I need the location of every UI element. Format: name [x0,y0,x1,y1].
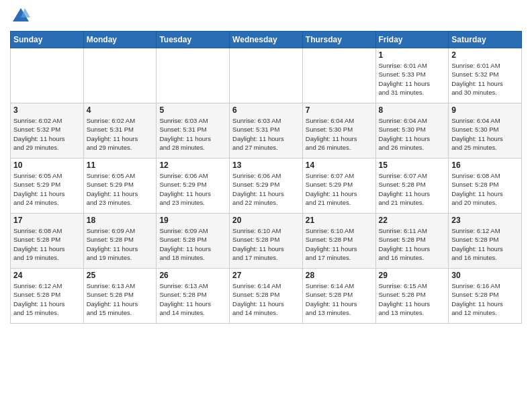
day-info: Sunrise: 6:01 AM Sunset: 5:33 PM Dayligh… [379,61,446,97]
calendar-table: SundayMondayTuesdayWednesdayThursdayFrid… [10,31,522,324]
calendar-cell [157,48,230,103]
day-info: Sunrise: 6:02 AM Sunset: 5:31 PM Dayligh… [87,116,154,152]
calendar-cell: 28Sunrise: 6:14 AM Sunset: 5:28 PM Dayli… [302,269,375,324]
day-number: 7 [306,105,373,115]
calendar-cell: 18Sunrise: 6:09 AM Sunset: 5:28 PM Dayli… [83,214,157,269]
calendar-cell: 4Sunrise: 6:02 AM Sunset: 5:31 PM Daylig… [83,103,157,158]
day-number: 2 [451,50,519,60]
week-row-0: 1Sunrise: 6:01 AM Sunset: 5:33 PM Daylig… [11,48,522,103]
page: SundayMondayTuesdayWednesdayThursdayFrid… [0,0,532,411]
calendar-cell: 9Sunrise: 6:04 AM Sunset: 5:30 PM Daylig… [449,103,522,158]
day-info: Sunrise: 6:16 AM Sunset: 5:28 PM Dayligh… [451,281,519,317]
weekday-header-sunday: Sunday [11,32,84,48]
calendar-cell: 8Sunrise: 6:04 AM Sunset: 5:30 PM Daylig… [375,103,449,158]
calendar-cell: 14Sunrise: 6:07 AM Sunset: 5:29 PM Dayli… [302,158,375,214]
day-info: Sunrise: 6:09 AM Sunset: 5:28 PM Dayligh… [159,226,226,262]
day-number: 18 [87,216,154,225]
day-number: 8 [379,105,446,115]
day-number: 22 [379,216,446,225]
calendar-header: SundayMondayTuesdayWednesdayThursdayFrid… [11,32,522,48]
day-number: 6 [232,105,300,115]
day-number: 13 [232,161,300,170]
day-info: Sunrise: 6:07 AM Sunset: 5:28 PM Dayligh… [379,171,446,207]
calendar-body: 1Sunrise: 6:01 AM Sunset: 5:33 PM Daylig… [11,48,522,324]
weekday-header-thursday: Thursday [302,32,375,48]
calendar-cell: 24Sunrise: 6:12 AM Sunset: 5:28 PM Dayli… [11,269,84,324]
day-info: Sunrise: 6:13 AM Sunset: 5:28 PM Dayligh… [159,281,226,317]
day-info: Sunrise: 6:15 AM Sunset: 5:28 PM Dayligh… [379,281,446,317]
day-number: 23 [451,216,519,225]
calendar-cell: 12Sunrise: 6:06 AM Sunset: 5:29 PM Dayli… [157,158,230,214]
day-info: Sunrise: 6:07 AM Sunset: 5:29 PM Dayligh… [306,171,373,207]
calendar-cell: 1Sunrise: 6:01 AM Sunset: 5:33 PM Daylig… [375,48,449,103]
week-row-4: 24Sunrise: 6:12 AM Sunset: 5:28 PM Dayli… [11,269,522,324]
day-number: 4 [87,105,154,115]
header [10,7,522,26]
week-row-1: 3Sunrise: 6:02 AM Sunset: 5:32 PM Daylig… [11,103,522,158]
day-info: Sunrise: 6:10 AM Sunset: 5:28 PM Dayligh… [306,226,373,262]
day-info: Sunrise: 6:02 AM Sunset: 5:32 PM Dayligh… [13,116,81,152]
logo [10,7,30,26]
day-info: Sunrise: 6:12 AM Sunset: 5:28 PM Dayligh… [13,281,81,317]
day-info: Sunrise: 6:10 AM Sunset: 5:28 PM Dayligh… [232,226,300,262]
day-number: 16 [451,161,519,170]
day-number: 1 [379,50,446,60]
calendar-cell [11,48,84,103]
day-number: 11 [87,161,154,170]
weekday-header-wednesday: Wednesday [230,32,303,48]
day-info: Sunrise: 6:01 AM Sunset: 5:32 PM Dayligh… [451,61,519,97]
day-info: Sunrise: 6:04 AM Sunset: 5:30 PM Dayligh… [306,116,373,152]
day-info: Sunrise: 6:05 AM Sunset: 5:29 PM Dayligh… [87,171,154,207]
weekday-row: SundayMondayTuesdayWednesdayThursdayFrid… [11,32,522,48]
day-info: Sunrise: 6:05 AM Sunset: 5:29 PM Dayligh… [13,171,81,207]
weekday-header-saturday: Saturday [449,32,522,48]
calendar-cell: 21Sunrise: 6:10 AM Sunset: 5:28 PM Dayli… [302,214,375,269]
day-info: Sunrise: 6:14 AM Sunset: 5:28 PM Dayligh… [306,281,373,317]
day-number: 3 [13,105,81,115]
day-info: Sunrise: 6:04 AM Sunset: 5:30 PM Dayligh… [379,116,446,152]
day-number: 5 [159,105,226,115]
calendar-cell: 17Sunrise: 6:08 AM Sunset: 5:28 PM Dayli… [11,214,84,269]
calendar-cell: 23Sunrise: 6:12 AM Sunset: 5:28 PM Dayli… [449,214,522,269]
day-number: 10 [13,161,81,170]
day-info: Sunrise: 6:06 AM Sunset: 5:29 PM Dayligh… [232,171,300,207]
calendar-cell: 30Sunrise: 6:16 AM Sunset: 5:28 PM Dayli… [449,269,522,324]
day-number: 17 [13,216,81,225]
calendar-cell: 3Sunrise: 6:02 AM Sunset: 5:32 PM Daylig… [11,103,84,158]
weekday-header-friday: Friday [375,32,449,48]
calendar-cell: 2Sunrise: 6:01 AM Sunset: 5:32 PM Daylig… [449,48,522,103]
weekday-header-monday: Monday [83,32,157,48]
day-info: Sunrise: 6:11 AM Sunset: 5:28 PM Dayligh… [379,226,446,262]
day-info: Sunrise: 6:13 AM Sunset: 5:28 PM Dayligh… [87,281,154,317]
calendar-cell: 5Sunrise: 6:03 AM Sunset: 5:31 PM Daylig… [157,103,230,158]
calendar-cell: 11Sunrise: 6:05 AM Sunset: 5:29 PM Dayli… [83,158,157,214]
calendar-cell [230,48,303,103]
calendar-cell: 29Sunrise: 6:15 AM Sunset: 5:28 PM Dayli… [375,269,449,324]
calendar-cell: 25Sunrise: 6:13 AM Sunset: 5:28 PM Dayli… [83,269,157,324]
day-info: Sunrise: 6:12 AM Sunset: 5:28 PM Dayligh… [451,226,519,262]
weekday-header-tuesday: Tuesday [157,32,230,48]
calendar-cell: 7Sunrise: 6:04 AM Sunset: 5:30 PM Daylig… [302,103,375,158]
day-info: Sunrise: 6:03 AM Sunset: 5:31 PM Dayligh… [159,116,226,152]
day-info: Sunrise: 6:08 AM Sunset: 5:28 PM Dayligh… [451,171,519,207]
day-number: 28 [306,271,373,280]
day-number: 12 [159,161,226,170]
day-number: 26 [159,271,226,280]
day-number: 14 [306,161,373,170]
day-info: Sunrise: 6:03 AM Sunset: 5:31 PM Dayligh… [232,116,300,152]
calendar-cell: 19Sunrise: 6:09 AM Sunset: 5:28 PM Dayli… [157,214,230,269]
calendar-cell: 6Sunrise: 6:03 AM Sunset: 5:31 PM Daylig… [230,103,303,158]
week-row-2: 10Sunrise: 6:05 AM Sunset: 5:29 PM Dayli… [11,158,522,214]
day-number: 24 [13,271,81,280]
calendar-cell: 27Sunrise: 6:14 AM Sunset: 5:28 PM Dayli… [230,269,303,324]
day-number: 30 [451,271,519,280]
calendar-cell: 10Sunrise: 6:05 AM Sunset: 5:29 PM Dayli… [11,158,84,214]
calendar-cell [302,48,375,103]
calendar-cell: 26Sunrise: 6:13 AM Sunset: 5:28 PM Dayli… [157,269,230,324]
day-number: 9 [451,105,519,115]
day-info: Sunrise: 6:06 AM Sunset: 5:29 PM Dayligh… [159,171,226,207]
day-number: 15 [379,161,446,170]
logo-icon [11,7,30,26]
day-number: 25 [87,271,154,280]
day-number: 19 [159,216,226,225]
